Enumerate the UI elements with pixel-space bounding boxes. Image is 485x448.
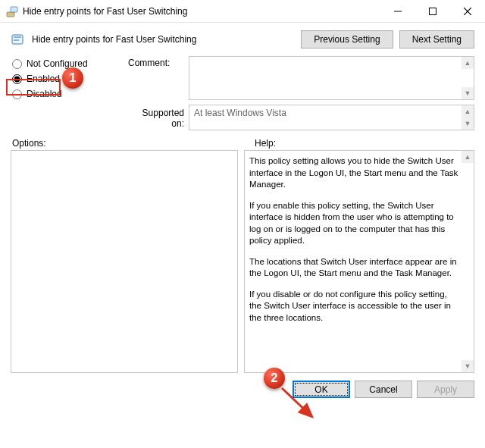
window-controls	[380, 0, 485, 22]
svg-rect-8	[14, 39, 19, 41]
policy-icon	[11, 32, 26, 47]
radio-label: Enabled	[27, 74, 60, 84]
svg-rect-3	[430, 8, 436, 14]
apply-button[interactable]: Apply	[417, 381, 474, 398]
comment-label: Comment:	[128, 56, 189, 100]
cancel-button[interactable]: Cancel	[355, 381, 412, 398]
scroll-up-icon[interactable]: ▲	[462, 105, 474, 117]
help-label: Help:	[255, 138, 276, 149]
titlebar: Hide entry points for Fast User Switchin…	[0, 0, 485, 23]
scroll-down-icon[interactable]: ▼	[462, 87, 474, 99]
radio-label: Disabled	[27, 89, 62, 99]
svg-rect-0	[7, 12, 14, 17]
help-paragraph: This policy setting allows you to hide t…	[249, 155, 460, 191]
comment-textarea[interactable]: ▲ ▼	[189, 56, 474, 100]
svg-rect-1	[11, 7, 17, 12]
scroll-up-icon[interactable]: ▲	[462, 57, 474, 69]
options-label: Options:	[12, 138, 46, 149]
svg-rect-7	[14, 36, 21, 38]
next-setting-button[interactable]: Next Setting	[399, 30, 474, 49]
radio-label: Not Configured	[27, 58, 88, 69]
help-panel: This policy setting allows you to hide t…	[244, 150, 474, 373]
close-button[interactable]	[450, 0, 485, 22]
ok-button[interactable]: OK	[293, 381, 350, 398]
supported-on-box: At least Windows Vista ▲ ▼	[189, 105, 474, 130]
radio-enabled[interactable]: Enabled	[11, 71, 128, 86]
help-paragraph: If you disable or do not configure this …	[249, 289, 460, 324]
help-paragraph: The locations that Switch User interface…	[249, 256, 460, 280]
window-title: Hide entry points for Fast User Switchin…	[23, 6, 380, 17]
scroll-down-icon[interactable]: ▼	[462, 117, 474, 130]
supported-on-label: Supported on:	[128, 105, 189, 129]
scroll-up-icon[interactable]: ▲	[462, 151, 474, 163]
options-panel	[11, 150, 238, 373]
radio-not-configured[interactable]: Not Configured	[11, 56, 128, 71]
state-radio-group: Not Configured Enabled Disabled	[11, 56, 128, 130]
previous-setting-button[interactable]: Previous Setting	[301, 30, 393, 49]
help-paragraph: If you enable this policy setting, the S…	[249, 200, 460, 247]
minimize-button[interactable]	[380, 0, 415, 22]
radio-disabled[interactable]: Disabled	[11, 86, 128, 102]
scroll-down-icon[interactable]: ▼	[462, 360, 474, 372]
policy-editor-icon	[6, 5, 18, 17]
supported-on-value: At least Windows Vista	[194, 108, 286, 118]
maximize-button[interactable]	[415, 0, 450, 22]
policy-title: Hide entry points for Fast User Switchin…	[32, 34, 295, 45]
